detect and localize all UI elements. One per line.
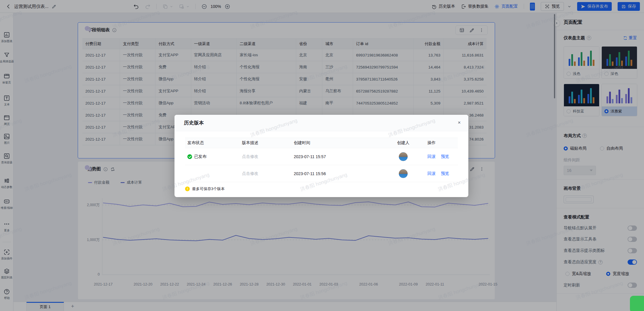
history-version-modal: 历史版本 × 发布状态版本描述创建时间创建人操作已发布点击修改2023-07-1… (174, 115, 468, 197)
modal-title: 历史版本 (184, 119, 204, 126)
column-header: 操作 (425, 140, 458, 146)
avatar (399, 152, 408, 161)
creator-cell (382, 152, 425, 161)
support-chat-button[interactable] (630, 296, 644, 311)
creator-cell (382, 169, 425, 178)
version-desc[interactable]: 点击修改 (240, 171, 292, 176)
action-link[interactable]: 预览 (441, 171, 449, 176)
version-table-header: 发布状态版本描述创建时间创建人操作 (185, 138, 458, 148)
publish-status: 已发布 (185, 154, 240, 159)
actions-cell: 回滚预览 (425, 171, 458, 176)
check-circle-icon (187, 154, 192, 159)
version-table: 发布状态版本描述创建时间创建人操作已发布点击修改2023-07-11 15:57… (185, 138, 458, 182)
modal-header: 历史版本 × (174, 115, 468, 131)
warning-icon: ! (185, 187, 190, 191)
version-desc[interactable]: 点击修改 (240, 154, 292, 159)
column-header: 发布状态 (185, 140, 240, 146)
action-link[interactable]: 回滚 (427, 171, 435, 176)
avatar (399, 169, 408, 178)
version-row: 已发布点击修改2023-07-11 15:57回滚预览 (185, 148, 458, 165)
create-time: 2023-07-11 15:56 (292, 171, 382, 176)
create-time: 2023-07-11 15:57 (292, 154, 382, 159)
column-header: 版本描述 (240, 140, 292, 146)
actions-cell: 回滚预览 (425, 154, 458, 159)
column-header: 创建时间 (292, 140, 382, 146)
column-header: 创建人 (382, 140, 425, 146)
action-link[interactable]: 回滚 (427, 154, 435, 159)
version-limit-note: ! 最多可保存3个版本 (185, 186, 458, 192)
dashboard-editor-screen: 运营测试用仪表... 100% 历史版本 替 (0, 0, 644, 311)
version-row: 点击修改2023-07-11 15:56回滚预览 (185, 165, 458, 182)
action-link[interactable]: 预览 (441, 154, 449, 159)
close-icon[interactable]: × (458, 120, 461, 125)
